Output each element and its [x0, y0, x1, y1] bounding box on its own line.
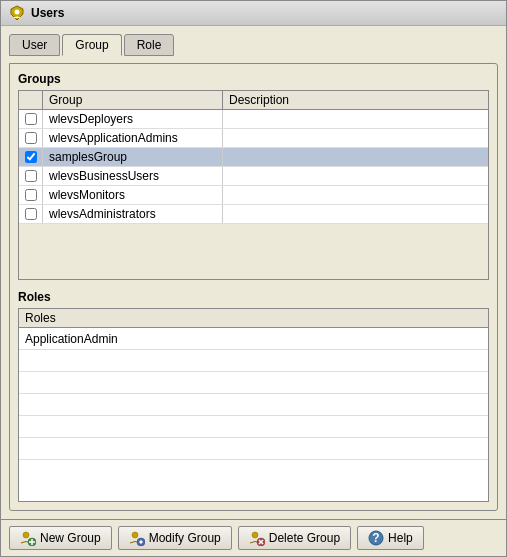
svg-text:?: ? — [372, 531, 379, 545]
tab-role[interactable]: Role — [124, 34, 175, 56]
group-checkbox[interactable] — [25, 208, 37, 220]
header-check-col — [19, 91, 43, 109]
new-group-icon — [20, 530, 36, 546]
header-desc-col: Description — [223, 91, 488, 109]
table-row[interactable]: samplesGroup — [19, 148, 488, 167]
svg-point-1 — [15, 10, 20, 15]
groups-table-body[interactable]: wlevsDeployerswlevsApplicationAdminssamp… — [19, 110, 488, 279]
group-checkbox[interactable] — [25, 132, 37, 144]
header-group-col: Group — [43, 91, 223, 109]
table-row[interactable]: wlevsDeployers — [19, 110, 488, 129]
group-name-cell: wlevsBusinessUsers — [43, 167, 223, 185]
modify-group-icon — [129, 530, 145, 546]
table-row[interactable]: wlevsMonitors — [19, 186, 488, 205]
group-checkbox[interactable] — [25, 113, 37, 125]
group-name-cell: samplesGroup — [43, 148, 223, 166]
table-row[interactable]: wlevsBusinessUsers — [19, 167, 488, 186]
tab-bar: User Group Role — [9, 34, 498, 56]
users-window: Users User Group Role Groups — [0, 0, 507, 557]
svg-point-8 — [252, 532, 258, 538]
row-checkbox-cell — [19, 167, 43, 185]
groups-table: Group Description wlevsDeployerswlevsApp… — [18, 90, 489, 280]
tab-group[interactable]: Group — [62, 34, 121, 56]
group-name-cell: wlevsApplicationAdmins — [43, 129, 223, 147]
roles-section: Roles Roles ApplicationAdmin — [18, 290, 489, 502]
table-row[interactable]: wlevsAdministrators — [19, 205, 488, 224]
help-icon: ? — [368, 530, 384, 546]
delete-group-label: Delete Group — [269, 531, 340, 545]
roles-row — [19, 438, 488, 460]
row-checkbox-cell — [19, 129, 43, 147]
row-checkbox-cell — [19, 148, 43, 166]
roles-row — [19, 350, 488, 372]
svg-point-6 — [132, 532, 138, 538]
group-desc-cell — [223, 148, 488, 166]
group-name-cell: wlevsAdministrators — [43, 205, 223, 223]
roles-row — [19, 416, 488, 438]
users-icon — [9, 5, 25, 21]
modify-group-button[interactable]: Modify Group — [118, 526, 232, 550]
svg-point-2 — [23, 532, 29, 538]
group-desc-cell — [223, 129, 488, 147]
group-checkbox[interactable] — [25, 170, 37, 182]
group-desc-cell — [223, 167, 488, 185]
roles-table-header: Roles — [19, 309, 488, 328]
tab-user[interactable]: User — [9, 34, 60, 56]
roles-table: Roles ApplicationAdmin — [18, 308, 489, 502]
roles-row: ApplicationAdmin — [19, 328, 488, 350]
group-name-cell: wlevsDeployers — [43, 110, 223, 128]
help-button[interactable]: ? Help — [357, 526, 424, 550]
groups-table-header: Group Description — [19, 91, 488, 110]
row-checkbox-cell — [19, 186, 43, 204]
group-checkbox[interactable] — [25, 151, 37, 163]
row-checkbox-cell — [19, 110, 43, 128]
group-checkbox[interactable] — [25, 189, 37, 201]
group-desc-cell — [223, 110, 488, 128]
footer: New Group Modify Group — [1, 519, 506, 556]
groups-section: Groups Group Description wlevsDeployersw… — [18, 72, 489, 280]
roles-label: Roles — [18, 290, 489, 304]
roles-row — [19, 372, 488, 394]
group-name-cell: wlevsMonitors — [43, 186, 223, 204]
delete-group-button[interactable]: Delete Group — [238, 526, 351, 550]
tab-content-group: Groups Group Description wlevsDeployersw… — [9, 63, 498, 511]
modify-group-label: Modify Group — [149, 531, 221, 545]
table-row[interactable]: wlevsApplicationAdmins — [19, 129, 488, 148]
main-content: User Group Role Groups Group Description — [1, 26, 506, 519]
window-title: Users — [31, 6, 64, 20]
help-label: Help — [388, 531, 413, 545]
group-desc-cell — [223, 205, 488, 223]
new-group-button[interactable]: New Group — [9, 526, 112, 550]
title-bar: Users — [1, 1, 506, 26]
delete-group-icon — [249, 530, 265, 546]
new-group-label: New Group — [40, 531, 101, 545]
roles-row — [19, 394, 488, 416]
row-checkbox-cell — [19, 205, 43, 223]
roles-table-body: ApplicationAdmin — [19, 328, 488, 501]
group-desc-cell — [223, 186, 488, 204]
groups-label: Groups — [18, 72, 489, 86]
